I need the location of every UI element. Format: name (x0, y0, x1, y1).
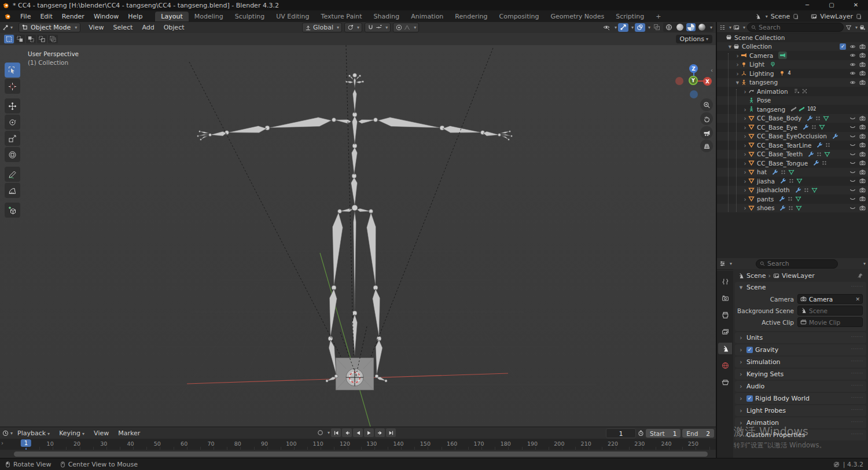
render-visibility-icon[interactable] (859, 151, 866, 157)
expander-icon[interactable]: ▾ (734, 79, 741, 86)
eye-closed-icon[interactable] (849, 160, 856, 166)
menu-item-view[interactable]: View (84, 24, 108, 31)
render-visibility-icon[interactable] (859, 43, 866, 50)
eye-closed-icon[interactable] (849, 124, 856, 130)
workspace-tab-shading[interactable]: Shading (368, 12, 406, 21)
outliner-item-label[interactable]: pants (757, 196, 774, 203)
outliner-row-shoes-19[interactable]: ›shoes (717, 204, 868, 213)
add-cube-tool-button[interactable] (5, 203, 20, 218)
select-box-button[interactable] (5, 63, 20, 78)
eye-open-icon[interactable] (849, 43, 856, 50)
armature-object[interactable] (197, 74, 513, 391)
options-button[interactable]: Options▾ (676, 35, 712, 43)
eye-closed-icon[interactable] (849, 142, 856, 148)
outliner-item-label[interactable]: jiasha (757, 178, 775, 185)
outliner-item-label[interactable]: tangseng (749, 79, 778, 86)
frame-end-field[interactable]: End2 (682, 429, 714, 438)
panel-expander-icon[interactable]: › (738, 407, 744, 414)
outliner-item-label[interactable]: hat (757, 168, 767, 175)
outliner-row-pants-18[interactable]: ›pants (717, 194, 868, 204)
render-visibility-icon[interactable] (859, 205, 866, 211)
next-keyframe-button[interactable] (375, 428, 385, 437)
outliner-item-label[interactable]: CC_Base_EyeOcclusion (757, 133, 827, 139)
panel-expander-icon[interactable]: › (738, 431, 744, 439)
extensions-offline-icon[interactable] (833, 461, 840, 468)
measure-tool-button[interactable] (5, 183, 20, 198)
eye-closed-icon[interactable] (849, 133, 856, 139)
outliner-item-label[interactable]: Collection (742, 43, 772, 50)
play-button[interactable] (364, 428, 374, 437)
gravity-checkbox[interactable]: ✓ (746, 347, 753, 353)
current-frame-indicator[interactable]: 1 (21, 439, 31, 447)
outliner-item-label[interactable]: CC_Base_Body (757, 115, 801, 122)
outliner-row-pose-7[interactable]: Pose (717, 96, 868, 105)
select-mode-subtract[interactable] (26, 35, 36, 43)
orientation-dropdown[interactable]: Global▾ (302, 23, 342, 32)
workspace-tab-modeling[interactable]: Modeling (189, 12, 229, 21)
outliner-filter-image-icon[interactable] (733, 24, 740, 31)
eye-closed-icon[interactable] (849, 187, 856, 193)
jump-to-end-button[interactable] (386, 428, 396, 437)
new-viewlayer-icon[interactable] (856, 13, 862, 20)
shading-solid[interactable] (675, 23, 685, 31)
panel-units[interactable]: ›Units······ (735, 332, 866, 343)
outliner-filter-image-caret[interactable]: ▾ (743, 25, 745, 30)
render-visibility-icon[interactable] (859, 124, 866, 130)
expander-icon[interactable]: › (742, 133, 748, 139)
panel-gravity[interactable]: ›✓Gravity······ (735, 344, 866, 355)
ortho-toggle-button[interactable] (700, 139, 713, 152)
tab-scene[interactable] (718, 343, 732, 354)
panel-drag-dots[interactable]: ······ (851, 347, 863, 352)
viewlayer-name[interactable]: ViewLayer (820, 13, 853, 20)
minimize-button[interactable]: ─ (795, 0, 819, 10)
auto-keying-caret[interactable]: ▾ (328, 430, 330, 435)
outliner-row-cc-base-teeth-13[interactable]: ›CC_Base_Teeth (717, 150, 868, 159)
outliner-row-jiashacloth-17[interactable]: ›jiashacloth (717, 186, 868, 195)
properties-options-caret[interactable]: ▾ (863, 261, 866, 266)
scene-name[interactable]: Scene (771, 13, 790, 20)
render-visibility-icon[interactable] (859, 70, 866, 76)
panel-animation[interactable]: ›Animation······ (735, 417, 866, 428)
outliner-row-hat-15[interactable]: ›hat (717, 168, 868, 177)
workspace-tab-scripting[interactable]: Scripting (610, 12, 650, 21)
snap-magnet-group[interactable]: ▾ (365, 23, 391, 32)
eye-closed-icon[interactable] (849, 115, 856, 122)
outliner-row-lighting-4[interactable]: ›Lighting4 (717, 69, 868, 78)
play-reverse-button[interactable] (353, 428, 363, 437)
menu-item-keying[interactable]: Keying▾ (54, 429, 89, 437)
select-mode-set[interactable] (4, 35, 14, 43)
pan-button[interactable] (700, 112, 713, 125)
timeline-ruler[interactable]: 1020304050607080901001101201301401501601… (0, 439, 716, 450)
outliner-display-caret[interactable]: ▾ (729, 25, 731, 30)
rigid-body-world-checkbox[interactable]: ✓ (746, 395, 753, 402)
prev-keyframe-button[interactable] (342, 428, 352, 437)
outliner-item-label[interactable]: Pose (757, 97, 771, 104)
workspace-tab-texture-paint[interactable]: Texture Paint (315, 12, 368, 21)
panel-drag-dots[interactable]: ······ (851, 432, 863, 437)
viewport-3d[interactable]: User Perspective (1) Collection Z X Y ‹ (0, 45, 716, 427)
panel-audio[interactable]: ›Audio······ (735, 381, 866, 392)
camera-view-button[interactable] (700, 126, 713, 139)
outliner-item-label[interactable]: tangseng (757, 106, 785, 113)
zoom-button[interactable] (700, 98, 713, 111)
outliner-item-label[interactable]: CC_Base_Eye (757, 124, 797, 131)
workspace-tab-uv-editing[interactable]: UV Editing (270, 12, 315, 21)
menu-item-edit[interactable]: Edit (35, 13, 57, 20)
xray-toggle[interactable] (652, 23, 662, 32)
panel-drag-dots[interactable]: ······ (851, 371, 863, 376)
workspace-tab-animation[interactable]: Animation (405, 12, 449, 21)
tab-output[interactable] (718, 309, 732, 321)
workspace-tab-layout[interactable]: Layout (155, 12, 188, 21)
annotate-tool-button[interactable] (5, 167, 20, 182)
outliner-item-label[interactable]: CC_Base_Tongue (757, 160, 808, 167)
expander-icon[interactable]: › (734, 52, 741, 59)
panel-expander-icon[interactable]: › (738, 358, 744, 366)
expander-icon[interactable]: › (742, 186, 748, 193)
render-visibility-icon[interactable] (859, 79, 866, 86)
gizmo-z-neg-axis[interactable] (690, 90, 698, 98)
panel-expander-icon[interactable]: › (738, 334, 744, 342)
expander-icon[interactable]: › (734, 70, 741, 77)
gizmos-toggle[interactable] (618, 23, 628, 32)
menu-item-window[interactable]: Window (89, 13, 123, 20)
proportional-editing-group[interactable]: ▾ (393, 23, 419, 32)
